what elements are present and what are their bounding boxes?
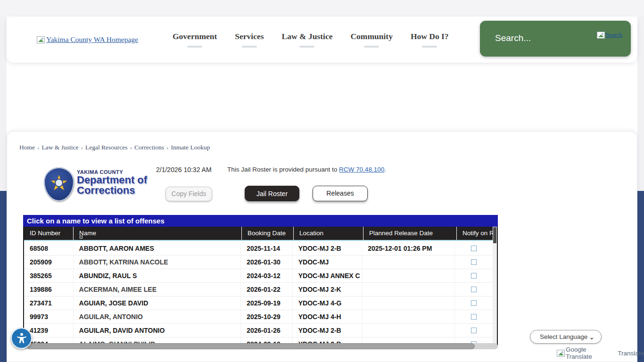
cell-id: 68508 [24, 242, 74, 255]
inmate-name-link[interactable]: ABBOTT, AARON AMES [74, 242, 241, 255]
cell-booking: 2026-01-30 [241, 255, 293, 269]
cell-location: YDOC-MJ 2-B [293, 324, 362, 337]
notify-checkbox[interactable] [471, 328, 477, 333]
table-vertical-scrollbar[interactable] [493, 227, 497, 345]
notify-checkbox[interactable] [471, 246, 477, 251]
cell-id: 385265 [24, 269, 74, 282]
breadcrumb-item-corrections[interactable]: Corrections [134, 144, 164, 151]
cell-location: YDOC-MJ [293, 255, 362, 269]
cell-release [362, 269, 455, 282]
table-row: 68508ABBOTT, AARON AMES2025-11-14YDOC-MJ… [24, 242, 493, 255]
doc-badge-text: YAKIMA COUNTY Department of Corrections [77, 169, 147, 201]
table-body: ID NumberNameBooking DateLocationPlanned… [23, 227, 498, 346]
doc-badge: ★ YAKIMA COUNTY Department of Correction… [44, 167, 147, 201]
content-card: Home›Law & Justice›Legal Resources›Corre… [7, 131, 637, 362]
chevron-down-icon: ⌄ [589, 331, 594, 344]
inmate-name-link[interactable]: ABUNDIZ, RAUL S [74, 269, 241, 282]
cell-location: YDOC-MJ 4-H [293, 310, 362, 323]
accessibility-button[interactable] [11, 328, 32, 349]
notify-checkbox[interactable] [471, 314, 477, 320]
sheriff-badge-icon: ★ [44, 167, 74, 201]
rcw-link[interactable]: RCW 70.48.100 [339, 166, 384, 173]
site-header: Yakima County WA Homepage GovernmentServ… [7, 16, 637, 63]
copy-fields-button[interactable]: Copy Fields [165, 187, 212, 201]
table-rows: 68508ABBOTT, AARON AMES2025-11-14YDOC-MJ… [24, 242, 493, 346]
badge-dept-line2: Corrections [77, 185, 147, 196]
background-left-strip [0, 16, 7, 191]
language-select[interactable]: Select Language ⌄ [530, 330, 602, 344]
cell-location: YDOC-MJ ANNEX C [293, 269, 362, 282]
cell-notify [455, 324, 493, 337]
notify-checkbox[interactable] [471, 287, 477, 292]
horizontal-scroll-thumb[interactable] [27, 343, 475, 349]
breadcrumb-separator: › [166, 144, 169, 151]
nav-underline [364, 46, 379, 48]
table-row: 139886ACKERMAN, AIMEE LEE2026-01-22YDOC-… [24, 283, 493, 296]
column-header-notify-on-release[interactable]: Notify on Release [457, 227, 495, 240]
notify-checkbox[interactable] [471, 273, 477, 279]
nav-item-services[interactable]: Services [235, 32, 264, 48]
breadcrumb-item-law-justice[interactable]: Law & Justice [42, 144, 79, 151]
sort-indicator-icon [80, 236, 83, 239]
pursuant-note: This Jail Roster is provided pursuant to… [227, 166, 386, 173]
pursuant-suffix: . [384, 166, 386, 173]
cell-release [362, 324, 455, 337]
nav-item-how-do-i[interactable]: How Do I? [411, 32, 449, 48]
column-header-planned-release-date[interactable]: Planned Release Date [363, 227, 457, 240]
vertical-scroll-thumb[interactable] [493, 227, 496, 243]
background-right-strip [637, 16, 644, 191]
cell-notify [455, 255, 493, 269]
column-header-booking-date[interactable]: Booking Date [242, 227, 294, 240]
inmate-name-link[interactable]: AGUILAR, DAVID ANTONIO [74, 324, 241, 337]
breadcrumb-item-inmate-lookup: Inmate Lookup [171, 144, 210, 151]
nav-item-law-justice[interactable]: Law & Justice [282, 32, 333, 48]
cell-release [362, 296, 455, 310]
nav-item-community[interactable]: Community [350, 32, 392, 48]
cell-booking: 2025-09-19 [241, 296, 293, 310]
search-submit-link[interactable]: Search [597, 31, 622, 39]
jail-roster-button[interactable]: Jail Roster [245, 186, 299, 201]
search-icon [597, 32, 605, 39]
cell-id: 273471 [24, 296, 74, 310]
table-caption: Click on a name to view a list of offens… [23, 215, 498, 227]
nav-underline [299, 46, 314, 48]
column-header-name[interactable]: Name [74, 227, 242, 240]
inmate-name-link[interactable]: AGUIAR, JOSE DAVID [74, 296, 241, 310]
column-header-id-number[interactable]: ID Number [24, 227, 74, 240]
table-horizontal-scrollbar[interactable] [23, 343, 498, 349]
google-translate-alt: Google Translate [566, 346, 614, 360]
breadcrumb-separator: › [81, 144, 83, 151]
background-top-band [0, 0, 644, 16]
releases-button[interactable]: Releases [313, 186, 368, 201]
inmate-name-link[interactable]: ACKERMAN, AIMEE LEE [74, 283, 241, 296]
nav-underline [422, 46, 437, 48]
google-translate-icon [557, 350, 565, 357]
translate-link[interactable]: Translate [618, 350, 644, 357]
inmate-name-link[interactable]: AGUILAR, ANTONIO [74, 310, 241, 323]
cell-booking: 2026-01-22 [241, 283, 293, 296]
nav-item-government[interactable]: Government [173, 32, 217, 48]
breadcrumb-item-home[interactable]: Home [19, 144, 35, 151]
table-row: 99973AGUILAR, ANTONIO2025-10-29YDOC-MJ 4… [24, 310, 493, 324]
accessibility-icon [15, 332, 28, 345]
inmate-name-link[interactable]: ABBOTT, KATRINA NACOLE [74, 255, 241, 269]
main-nav: GovernmentServicesLaw & JusticeCommunity… [173, 32, 449, 48]
cell-notify [455, 242, 493, 255]
notify-checkbox[interactable] [471, 300, 477, 306]
nav-underline [242, 46, 257, 48]
breadcrumb-separator: › [37, 144, 40, 151]
homepage-logo-link[interactable]: Yakima County WA Homepage [37, 35, 138, 44]
cell-release [362, 310, 455, 323]
breadcrumb-item-legal-resources[interactable]: Legal Resources [85, 144, 128, 151]
language-select-label: Select Language [540, 333, 587, 340]
table-row: 205909ABBOTT, KATRINA NACOLE2026-01-30YD… [24, 255, 493, 269]
table-row: 273471AGUIAR, JOSE DAVID2025-09-19YDOC-M… [24, 296, 493, 310]
column-header-location[interactable]: Location [294, 227, 363, 240]
notify-checkbox[interactable] [471, 259, 477, 265]
cell-location: YDOC-MJ 2-B [293, 242, 362, 255]
breadcrumb: Home›Law & Justice›Legal Resources›Corre… [19, 144, 210, 151]
logo-alt-text: Yakima County WA Homepage [46, 35, 138, 44]
site-search[interactable]: Search... Search [480, 21, 631, 57]
cell-id: 99973 [24, 310, 74, 323]
search-input[interactable]: Search... [495, 33, 531, 43]
